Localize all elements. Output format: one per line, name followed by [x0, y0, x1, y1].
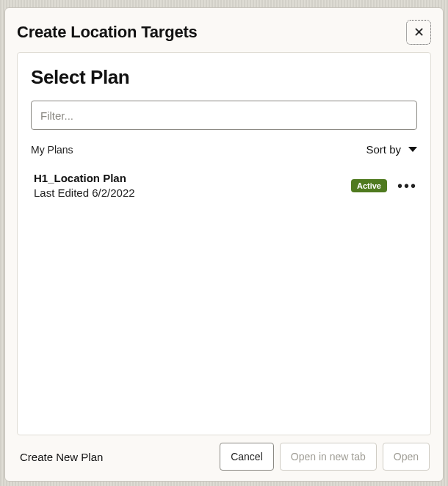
- dialog-footer: Create New Plan Cancel Open in new tab O…: [17, 441, 431, 471]
- dialog-header: Create Location Targets ✕: [17, 20, 431, 45]
- my-plans-label: My Plans: [31, 144, 73, 156]
- close-button[interactable]: ✕: [406, 20, 431, 45]
- panel-title: Select Plan: [31, 66, 417, 89]
- filter-input[interactable]: [31, 101, 417, 130]
- create-new-plan-link[interactable]: Create New Plan: [20, 451, 103, 463]
- dialog-shell: Create Location Targets ✕ Select Plan My…: [4, 7, 444, 482]
- select-plan-panel: Select Plan My Plans Sort by H1_Location…: [17, 52, 431, 435]
- more-actions-icon[interactable]: •••: [397, 178, 417, 193]
- plan-row[interactable]: H1_Location Plan Last Edited 6/2/2022 Ac…: [31, 170, 417, 206]
- chevron-down-icon: [408, 147, 417, 152]
- sort-by-dropdown[interactable]: Sort by: [366, 143, 417, 156]
- dialog-title: Create Location Targets: [17, 23, 198, 42]
- status-badge: Active: [351, 179, 387, 192]
- plan-name: H1_Location Plan: [34, 172, 135, 184]
- open-button[interactable]: Open: [383, 443, 430, 471]
- cancel-button[interactable]: Cancel: [220, 443, 274, 471]
- plan-last-edited: Last Edited 6/2/2022: [34, 186, 135, 199]
- sort-by-label: Sort by: [366, 143, 401, 156]
- plan-list: H1_Location Plan Last Edited 6/2/2022 Ac…: [31, 170, 417, 426]
- open-in-new-tab-button[interactable]: Open in new tab: [280, 443, 377, 471]
- close-icon: ✕: [413, 26, 424, 39]
